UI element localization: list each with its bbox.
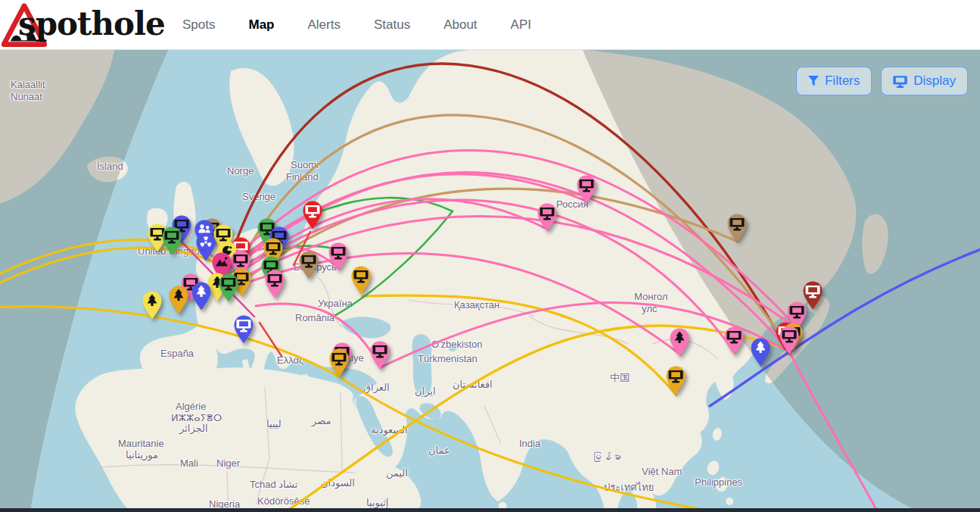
monitor-pin[interactable] [232,314,255,345]
tree-pin[interactable] [749,337,772,367]
monitor-pin[interactable] [160,226,183,256]
monitor-pin[interactable] [778,325,801,355]
nav-alerts[interactable]: Alerts [307,17,340,33]
monitor-pin[interactable] [301,200,324,230]
brand-logo[interactable]: spothole [0,0,155,50]
display-button[interactable]: Display [881,67,968,95]
nav-spots[interactable]: Spots [182,17,215,33]
monitor-pin[interactable] [328,348,350,378]
monitor-pin[interactable] [575,174,598,204]
tree-pin[interactable] [668,327,691,357]
monitor-pin[interactable] [664,365,687,395]
monitor-pin[interactable] [726,213,748,243]
footer-strip [0,508,980,512]
nav-api[interactable]: API [511,17,531,33]
monitor-pin[interactable] [350,265,372,295]
monitor-pin[interactable] [263,269,286,299]
main-nav: Spots Map Alerts Status About API [182,17,531,33]
top-navbar: spothole Spots Map Alerts Status About A… [0,0,980,50]
brand-name: spothole [18,5,165,42]
filters-button[interactable]: Filters [796,67,872,95]
nav-about[interactable]: About [443,17,477,33]
monitor-pin[interactable] [217,273,240,303]
nav-status[interactable]: Status [374,17,410,33]
display-monitor-icon [893,75,907,88]
filters-button-label: Filters [825,73,860,89]
nav-map[interactable]: Map [248,17,274,33]
monitor-pin[interactable] [297,250,320,280]
monitor-pin[interactable] [327,242,350,272]
tree-pin[interactable] [167,285,190,315]
monitor-pin[interactable] [369,340,391,370]
tree-pin[interactable] [190,281,213,311]
monitor-pin[interactable] [723,326,745,356]
world-map[interactable]: KalaallitNunaatÍslandNorgeSverigeSuomiFi… [0,50,980,512]
tree-pin[interactable] [141,290,163,320]
map-pins [0,50,980,512]
filter-funnel-icon [808,76,819,86]
monitor-pin[interactable] [536,202,558,233]
display-button-label: Display [913,73,956,89]
